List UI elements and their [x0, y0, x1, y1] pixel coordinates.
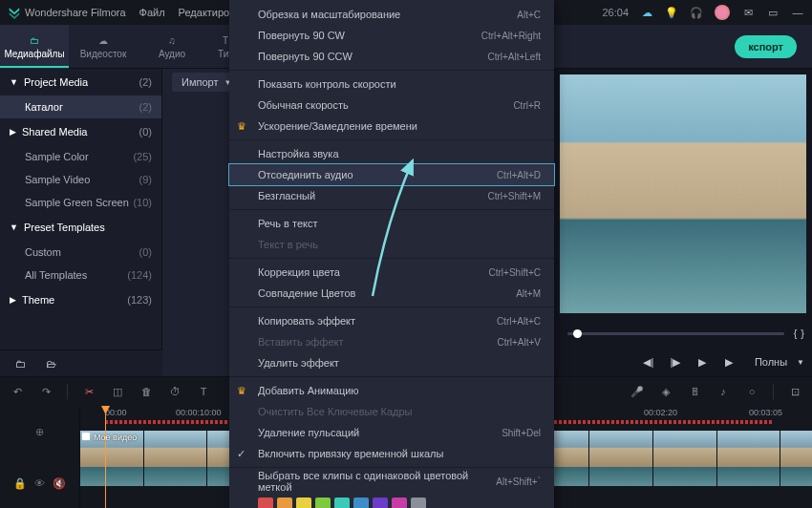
- color-swatch[interactable]: [373, 497, 388, 508]
- play-icon[interactable]: ▶: [694, 353, 711, 370]
- headphones-icon[interactable]: 🎧: [690, 6, 703, 19]
- delete-icon[interactable]: 🗑: [139, 384, 154, 399]
- item-label: Custom: [25, 246, 61, 258]
- ctx-label: Повернуть 90 CCW: [258, 51, 353, 62]
- voiceover-icon[interactable]: 🎤: [630, 384, 645, 399]
- window-icon[interactable]: ▭: [766, 6, 780, 19]
- ctx-item[interactable]: Показать контроль скорости: [229, 74, 554, 95]
- ctx-item[interactable]: Отсоединить аудиоCtrl+Alt+D: [229, 164, 554, 185]
- context-menu[interactable]: Обрезка и масштабированиеAlt+CПовернуть …: [229, 0, 554, 508]
- sidebar-item-sample-green[interactable]: Sample Green Screen (10): [0, 191, 161, 214]
- video-clip[interactable]: [717, 431, 781, 486]
- ctx-label: Отсоединить аудио: [258, 169, 353, 180]
- cloud-upload-icon[interactable]: 🗁: [44, 357, 57, 370]
- menu-file[interactable]: Файл: [139, 7, 165, 18]
- sidebar-group-project[interactable]: ▼ Project Media (2): [0, 69, 161, 95]
- export-button[interactable]: кспорт: [735, 35, 797, 58]
- playhead[interactable]: [105, 406, 106, 508]
- undo-icon[interactable]: ↶: [10, 384, 25, 399]
- minimize-icon[interactable]: —: [791, 6, 804, 19]
- zoom-fit-icon[interactable]: ⊡: [787, 384, 802, 399]
- color-swatch[interactable]: [353, 497, 369, 508]
- sidebar-item-custom[interactable]: Custom (0): [0, 241, 161, 264]
- sidebar-group-shared[interactable]: ▶ Shared Media (0): [0, 118, 161, 145]
- video-clip[interactable]: [653, 431, 717, 486]
- ctx-item[interactable]: Удаление пульсацийShift+Del: [229, 422, 554, 443]
- video-clip[interactable]: [144, 431, 208, 486]
- ctx-item[interactable]: Коррекция цветаCtrl+Shift+C: [229, 262, 554, 283]
- ctx-item[interactable]: ♛Ускорение/Замедление времени: [229, 116, 554, 137]
- shortcut: Alt+C: [517, 10, 541, 20]
- add-icon: ⊕: [35, 426, 44, 438]
- ctx-label: Совпадение Цветов: [258, 287, 355, 299]
- redo-icon[interactable]: ↷: [38, 384, 53, 399]
- preview-viewport[interactable]: [560, 74, 806, 313]
- video-clip[interactable]: [589, 431, 653, 486]
- tab-stock[interactable]: ☁ Видеосток: [69, 25, 138, 69]
- count: (0): [139, 126, 152, 138]
- ctx-item[interactable]: Обрезка и масштабированиеAlt+C: [229, 4, 554, 25]
- frame-fwd-icon[interactable]: ▶: [720, 353, 737, 370]
- crop-icon[interactable]: ◫: [110, 384, 125, 399]
- ctx-item[interactable]: Обычная скоростьCtrl+R: [229, 95, 554, 116]
- ctx-item[interactable]: Повернуть 90 CCWCtrl+Alt+Left: [229, 46, 554, 67]
- speed-icon[interactable]: ⏱: [167, 384, 182, 399]
- sidebar-group-presets[interactable]: ▼ Preset Templates: [0, 214, 161, 241]
- color-swatches: [229, 492, 554, 508]
- count: (123): [127, 294, 152, 306]
- music-icon: ♫: [165, 33, 179, 47]
- sidebar-item-sample-color[interactable]: Sample Color (25): [0, 145, 161, 168]
- ctx-item[interactable]: Выбрать все клипы с одинаковой цветовой …: [229, 471, 554, 492]
- ctx-item[interactable]: БезгласныйCtrl+Shift+M: [229, 185, 554, 206]
- sidebar-group-theme[interactable]: ▶ Theme (123): [0, 286, 161, 313]
- bracket-close-icon[interactable]: }: [801, 328, 804, 339]
- sidebar-item-catalog[interactable]: Каталог (2): [0, 95, 161, 118]
- playback-mode[interactable]: Полны: [755, 356, 787, 368]
- ctx-item[interactable]: Повернуть 90 CWCtrl+Alt+Right: [229, 25, 554, 46]
- frame-back-icon[interactable]: |▶: [667, 353, 684, 370]
- lock-icon[interactable]: 🔒: [13, 477, 27, 490]
- track-add[interactable]: ⊕: [0, 406, 80, 457]
- ctx-item[interactable]: Речь в текст: [229, 213, 554, 234]
- mute-icon[interactable]: 🔇: [53, 477, 66, 490]
- ctx-item[interactable]: ♛Добавить Анимацию: [229, 380, 554, 401]
- record-icon[interactable]: ○: [744, 384, 759, 399]
- color-swatch[interactable]: [334, 497, 350, 508]
- tab-audio[interactable]: ♫ Аудио: [138, 25, 206, 69]
- tab-media[interactable]: 🗀 Медиафайлы: [0, 25, 69, 69]
- ctx-item[interactable]: ✓Включить привязку временной шкалы: [229, 443, 554, 464]
- color-swatch[interactable]: [411, 497, 426, 508]
- cloud-icon[interactable]: ☁: [640, 6, 653, 19]
- ctx-item[interactable]: Настройка звука: [229, 143, 554, 164]
- item-label: Sample Video: [25, 174, 90, 185]
- color-swatch[interactable]: [392, 497, 407, 508]
- ctx-item[interactable]: Удалить эффект: [229, 352, 554, 373]
- group-label: Project Media: [24, 76, 88, 88]
- bracket-open-icon[interactable]: {: [794, 328, 798, 339]
- marker-icon[interactable]: ◈: [658, 384, 673, 399]
- color-swatch[interactable]: [315, 497, 331, 508]
- preview-panel: { } ◀| |▶ ▶ ▶ Полны ▼: [554, 69, 812, 376]
- ctx-item[interactable]: Совпадение ЦветовAlt+M: [229, 283, 554, 304]
- add-folder-icon[interactable]: 🗀: [13, 357, 27, 370]
- progress-slider[interactable]: [567, 332, 784, 335]
- track-video-header[interactable]: 🔒 👁 🔇: [0, 457, 80, 508]
- video-clip[interactable]: [780, 431, 812, 486]
- sidebar-item-all-templates[interactable]: All Templates (124): [0, 264, 161, 286]
- ctx-item[interactable]: Копировать эффектCtrl+Alt+C: [229, 310, 554, 331]
- eye-icon[interactable]: 👁: [34, 477, 45, 489]
- audio-icon[interactable]: ♪: [716, 384, 731, 399]
- avatar-icon[interactable]: [715, 5, 730, 20]
- step-back-icon[interactable]: ◀|: [640, 353, 657, 370]
- color-swatch[interactable]: [277, 497, 292, 508]
- cut-icon[interactable]: ✂: [81, 384, 96, 399]
- color-swatch[interactable]: [258, 497, 273, 508]
- color-swatch[interactable]: [296, 497, 311, 508]
- text-icon[interactable]: T: [196, 384, 211, 399]
- sidebar-item-sample-video[interactable]: Sample Video (9): [0, 168, 161, 191]
- mail-icon[interactable]: ✉: [741, 6, 755, 19]
- bulb-icon[interactable]: 💡: [665, 6, 678, 19]
- mixer-icon[interactable]: 🎚: [687, 384, 702, 399]
- clip-label: Мое видео: [94, 433, 137, 442]
- video-clip[interactable]: Мое видео: [80, 431, 144, 486]
